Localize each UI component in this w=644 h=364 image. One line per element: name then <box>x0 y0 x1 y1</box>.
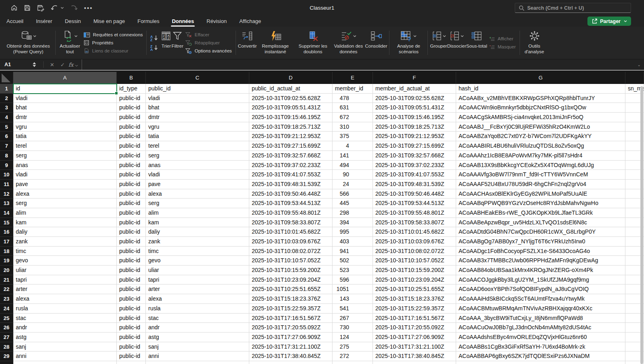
cell-D28[interactable]: 2025-10-31T17:31:21.100Z <box>249 342 333 352</box>
cell-A9[interactable]: anas <box>13 161 117 170</box>
row-header-18[interactable]: 18 <box>0 247 13 256</box>
cell-E21[interactable]: 596 <box>333 275 373 285</box>
cell-C22[interactable]: arter <box>146 285 249 294</box>
cell-D2[interactable]: 2025-10-31T09:02:55.628Z <box>249 94 333 103</box>
cell-F8[interactable]: 2025-10-31T09:32:57.668Z <box>373 151 456 161</box>
cell-B1[interactable]: id_type <box>117 84 146 94</box>
cell-B15[interactable]: public-id <box>117 218 146 228</box>
ungroup-button[interactable]: Dissocier <box>447 27 466 58</box>
cell-B29[interactable]: public-id <box>117 351 146 361</box>
undo-chevron-icon[interactable] <box>61 7 64 9</box>
cell-D12[interactable]: 2025-10-31T09:50:46.448Z <box>249 189 333 199</box>
cell-A8[interactable]: serg <box>13 151 117 161</box>
cell-D9[interactable]: 2025-10-31T09:37:02.233Z <box>249 161 333 170</box>
name-box-stepper[interactable] <box>33 62 36 67</box>
cell-B19[interactable]: public-id <box>117 256 146 266</box>
cell-F24[interactable]: 2025-10-31T15:22:59.357Z <box>373 304 456 314</box>
queries-connections-button[interactable]: Requêtes et connexions <box>84 32 143 38</box>
cell-D14[interactable]: 2025-10-31T09:55:48.801Z <box>249 208 333 218</box>
cell-D21[interactable]: 2025-10-31T10:23:09.204Z <box>249 275 333 285</box>
column-header-A[interactable]: A <box>13 72 117 84</box>
cell-G18[interactable]: ACoAADgc1FoBhCocyopFSZLX1e-S6433OcoAG4o <box>456 247 625 256</box>
cell-E6[interactable]: 375 <box>333 132 373 141</box>
cell-A18[interactable]: timc <box>13 247 117 256</box>
analysis-tools-button[interactable]: Outils d'analyse <box>522 27 547 58</box>
cell-G14[interactable]: ACoAABHEakEBs-rWE_QJGKOpKXb9LJfaeTL3GRk <box>456 208 625 218</box>
cell-E12[interactable]: 566 <box>333 189 373 199</box>
cell-E19[interactable]: 502 <box>333 256 373 266</box>
cell-E7[interactable]: 4 <box>333 141 373 151</box>
cancel-icon[interactable]: ✕ <box>47 62 57 68</box>
cell-E5[interactable]: 310 <box>333 122 373 132</box>
row-header-21[interactable]: 21 <box>0 275 13 285</box>
cell-G17[interactable]: ACoAABgOg7ABB0yx7_NYljgT6T6cYRkUzh5Irw0 <box>456 237 625 247</box>
cell-F26[interactable]: 2025-10-31T17:20:55.092Z <box>373 323 456 333</box>
cell-D13[interactable]: 2025-10-31T09:53:44.513Z <box>249 199 333 208</box>
cell-F4[interactable]: 2025-10-31T09:15:46.195Z <box>373 113 456 122</box>
cell-D17[interactable]: 2025-10-31T10:03:09.676Z <box>249 237 333 247</box>
cell-E30[interactable] <box>333 361 373 364</box>
cell-A7[interactable]: terel <box>13 141 117 151</box>
row-header-3[interactable]: 3 <box>0 103 13 113</box>
cell-B12[interactable]: public-id <box>117 189 146 199</box>
cell-D8[interactable]: 2025-10-31T09:32:57.668Z <box>249 151 333 161</box>
cell-E8[interactable]: 141 <box>333 151 373 161</box>
cell-G23[interactable]: ACoAAAiHdSkBICckq5ScT6AUmtFfzva4uYtwyMk <box>456 294 625 304</box>
row-header-6[interactable]: 6 <box>0 132 13 141</box>
cell-C12[interactable]: alexa <box>146 189 249 199</box>
cell-C21[interactable]: tapri <box>146 275 249 285</box>
cell-E2[interactable]: 478 <box>333 94 373 103</box>
tab-mise-en-page[interactable]: Mise en page <box>93 15 125 27</box>
filter-button[interactable]: Filtrer <box>171 27 183 58</box>
cell-E27[interactable]: 124 <box>333 333 373 342</box>
row-header-27[interactable]: 27 <box>0 333 13 342</box>
cell-E9[interactable]: 494 <box>333 161 373 170</box>
consolidate-button[interactable]: Consolider <box>365 27 387 58</box>
cell-A23[interactable]: alexa <box>13 294 117 304</box>
home-icon[interactable] <box>11 4 18 11</box>
cell-E10[interactable]: 90 <box>333 170 373 180</box>
cell-G16[interactable]: ACoAADtdG04BhN7CwQpcDH60R1cWX_G8LrbgP0Y <box>456 227 625 237</box>
cell-C9[interactable]: anas <box>146 161 249 170</box>
cell-D27[interactable]: 2025-10-31T17:27:06.909Z <box>249 333 333 342</box>
cell-G8[interactable]: ACoAAAhz1IcB8E8APoWvM7ky7MK-pl5ll7sHdr4 <box>456 151 625 161</box>
cell-F3[interactable]: 2025-10-31T09:05:51.431Z <box>373 103 456 113</box>
tab-affichage[interactable]: Affichage <box>239 15 261 27</box>
cell-C17[interactable]: zank <box>146 237 249 247</box>
row-header-4[interactable]: 4 <box>0 113 13 122</box>
row-header-8[interactable]: 8 <box>0 151 13 161</box>
cell-G15[interactable]: ACoAABeApzwBqpr_uv5HdzLXLTvQO1sdsEl6N8c <box>456 218 625 228</box>
row-header-23[interactable]: 23 <box>0 294 13 304</box>
cell-G19[interactable]: ACoAAB3x7TMBBc2Uwb06RPPHdZaMFn9qKgDEwAg <box>456 256 625 266</box>
sort-button[interactable]: ZAAZ Trier <box>161 27 171 58</box>
enter-check-icon[interactable]: ✓ <box>57 62 68 68</box>
cell-B25[interactable]: public-id <box>117 314 146 323</box>
tab-revision[interactable]: Révision <box>206 15 227 27</box>
cell-G6[interactable]: ACoAABZaYqoB2C7xt0YZ-b7WCom7l2UDFKgAkYY <box>456 132 625 141</box>
column-header-F[interactable]: F <box>373 72 456 84</box>
cell-G5[interactable]: ACoAABJ__FcBxYj0C9lUjREFWi35hRzO4KmW2Lo <box>456 122 625 132</box>
row-header-25[interactable]: 25 <box>0 314 13 323</box>
cell-A1[interactable]: id <box>13 84 117 94</box>
cell-G4[interactable]: ACoAACgSkAMBRSj-cia4nvqkeL2013miJnFr5oQ <box>456 113 625 122</box>
cell-D16[interactable]: 2025-10-31T10:01:45.682Z <box>249 227 333 237</box>
row-header-10[interactable]: 10 <box>0 170 13 180</box>
cell-C7[interactable]: terel <box>146 141 249 151</box>
cell-A2[interactable]: vladi <box>13 94 117 103</box>
cell-D23[interactable]: 2025-10-31T15:18:23.376Z <box>249 294 333 304</box>
vertical-scrollbar[interactable] <box>640 86 643 364</box>
cell-E18[interactable]: 941 <box>333 247 373 256</box>
cell-C24[interactable]: rusla <box>146 304 249 314</box>
remove-duplicates-button[interactable]: Supprimer les doublons <box>294 27 332 58</box>
cell-F22[interactable]: 2025-10-31T10:25:51.655Z <box>373 285 456 294</box>
search-input[interactable]: Search (Cmd + Ctrl + U) <box>515 3 631 13</box>
cell-E11[interactable]: 24 <box>333 180 373 189</box>
cell-D5[interactable]: 2025-10-31T09:18:25.713Z <box>249 122 333 132</box>
cell-G10[interactable]: ACoAAAVfg3oBW7l79nmT_fd9I-cTTY6W5VnnCeM <box>456 170 625 180</box>
cell-B3[interactable]: public-id <box>117 103 146 113</box>
cell-B11[interactable]: public-id <box>117 180 146 189</box>
cell-A28[interactable]: sanj <box>13 342 117 352</box>
cell-G3[interactable]: ACoAACWn9ioBmnkyr5dbbjzCNxtRlSO-g1bxQOw <box>456 103 625 113</box>
cell-G22[interactable]: ACoAAD6ooxYBPth7SofQOBIFypdN_aJ8uCgVOIQ <box>456 285 625 294</box>
cell-F13[interactable]: 2025-10-31T09:53:44.513Z <box>373 199 456 208</box>
